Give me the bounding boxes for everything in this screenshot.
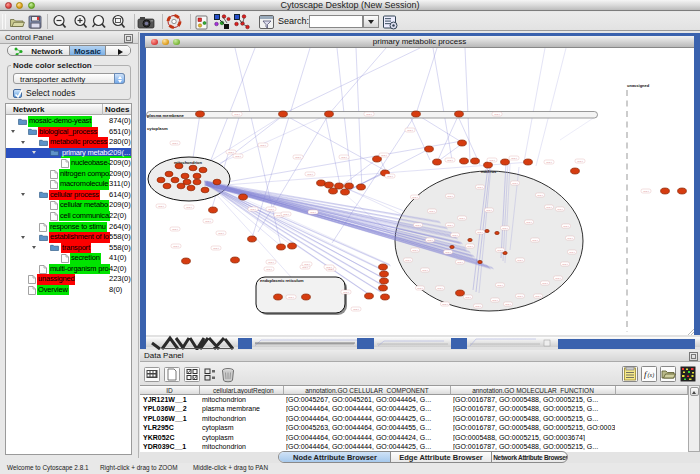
svg-text:GO-t: GO-t (563, 225, 569, 228)
svg-text:unassigned: unassigned (627, 83, 650, 88)
svg-text:GO-t: GO-t (415, 224, 421, 227)
svg-text:GO-t: GO-t (288, 296, 294, 299)
svg-text:GO-t: GO-t (643, 190, 649, 193)
svg-text:GO-t: GO-t (457, 261, 463, 264)
svg-text:GO-t: GO-t (353, 308, 359, 311)
svg-text:GO-t: GO-t (429, 210, 435, 213)
svg-text:GO-t: GO-t (447, 195, 453, 198)
svg-text:GO-t: GO-t (526, 221, 532, 224)
svg-text:GO-t: GO-t (343, 291, 349, 294)
svg-text:GO-t: GO-t (546, 161, 552, 164)
svg-text:GO-t: GO-t (517, 259, 523, 262)
svg-text:GO-t: GO-t (497, 284, 503, 287)
svg-text:GO-t: GO-t (537, 194, 543, 197)
svg-text:GO-t: GO-t (532, 239, 538, 242)
svg-text:GO-t: GO-t (562, 263, 568, 266)
svg-text:GO-t: GO-t (235, 155, 241, 158)
svg-text:GO-t: GO-t (158, 205, 164, 208)
svg-text:GO-t: GO-t (486, 209, 492, 212)
svg-text:GO-t: GO-t (268, 208, 274, 211)
svg-text:cytoplasm: cytoplasm (147, 126, 168, 131)
svg-text:GO-t: GO-t (295, 156, 301, 159)
svg-text:GO-t: GO-t (307, 173, 313, 176)
svg-text:GO-t: GO-t (467, 245, 473, 248)
svg-text:GO-t: GO-t (412, 249, 418, 252)
svg-text:GO-t: GO-t (497, 249, 503, 252)
svg-text:GO-t: GO-t (283, 213, 289, 216)
svg-text:GO-t: GO-t (555, 277, 561, 280)
svg-text:GO-t: GO-t (417, 287, 423, 290)
svg-text:GO-t: GO-t (234, 113, 240, 116)
svg-text:GO-t: GO-t (557, 208, 563, 211)
svg-text:GO-t: GO-t (535, 295, 541, 298)
svg-text:GO-t: GO-t (266, 268, 272, 271)
svg-text:GO-t: GO-t (310, 211, 316, 214)
svg-text:GO-t: GO-t (459, 217, 465, 220)
svg-text:GO-t: GO-t (447, 224, 453, 227)
svg-text:GO-t: GO-t (477, 231, 483, 234)
svg-text:GO-t: GO-t (268, 261, 274, 264)
svg-text:GO-t: GO-t (172, 142, 178, 145)
svg-text:GO-t: GO-t (387, 175, 393, 178)
svg-text:GO-t: GO-t (505, 303, 511, 306)
svg-text:GO-t: GO-t (302, 266, 308, 269)
svg-text:endoplasmic reticulum: endoplasmic reticulum (260, 278, 304, 283)
svg-text:GO-t: GO-t (427, 239, 433, 242)
svg-text:GO-t: GO-t (511, 157, 517, 160)
svg-text:GO-t: GO-t (494, 113, 500, 116)
svg-text:GO-t: GO-t (341, 156, 347, 159)
svg-text:GO-t: GO-t (381, 154, 387, 157)
svg-text:GO-t: GO-t (172, 228, 178, 231)
svg-text:GO-t: GO-t (407, 129, 413, 132)
svg-text:GO-t: GO-t (260, 144, 266, 147)
svg-text:GO-t: GO-t (492, 299, 498, 302)
svg-text:GO-t: GO-t (366, 113, 372, 116)
svg-text:GO-t: GO-t (502, 227, 508, 230)
svg-text:GO-t: GO-t (567, 237, 573, 240)
svg-text:GO-t: GO-t (577, 160, 583, 163)
svg-text:GO-t: GO-t (546, 206, 552, 209)
svg-text:GO-t: GO-t (477, 186, 483, 189)
svg-text:GO-t: GO-t (517, 295, 523, 298)
svg-text:GO-t: GO-t (304, 263, 310, 266)
svg-text:GO-t: GO-t (422, 269, 428, 272)
svg-text:GO-t: GO-t (569, 251, 575, 254)
svg-text:GO-t: GO-t (489, 159, 495, 162)
svg-text:GO-t: GO-t (412, 196, 418, 199)
svg-text:GO-t: GO-t (447, 159, 453, 162)
svg-text:GO-t: GO-t (186, 206, 192, 209)
svg-text:GO-t: GO-t (452, 234, 458, 237)
svg-text:GO-t: GO-t (205, 220, 211, 223)
svg-text:GO-t: GO-t (228, 151, 234, 154)
svg-text:GO-t: GO-t (445, 251, 451, 254)
svg-text:GO-t: GO-t (437, 287, 443, 290)
svg-text:GO-t: GO-t (542, 282, 548, 285)
svg-text:(x): (x) (648, 372, 655, 379)
svg-text:GO-t: GO-t (442, 303, 448, 306)
svg-text:GO-t: GO-t (213, 247, 219, 250)
svg-text:GO-t: GO-t (405, 259, 411, 262)
svg-text:GO-t: GO-t (475, 305, 481, 308)
svg-text:GO-t: GO-t (173, 245, 179, 248)
svg-text:plasma membrane: plasma membrane (147, 113, 184, 118)
svg-text:GO-t: GO-t (326, 266, 332, 269)
svg-text:GO-t: GO-t (218, 232, 224, 235)
svg-text:GO-t: GO-t (465, 296, 471, 299)
svg-text:GO-t: GO-t (250, 208, 256, 211)
svg-text:GO-t: GO-t (512, 182, 518, 185)
